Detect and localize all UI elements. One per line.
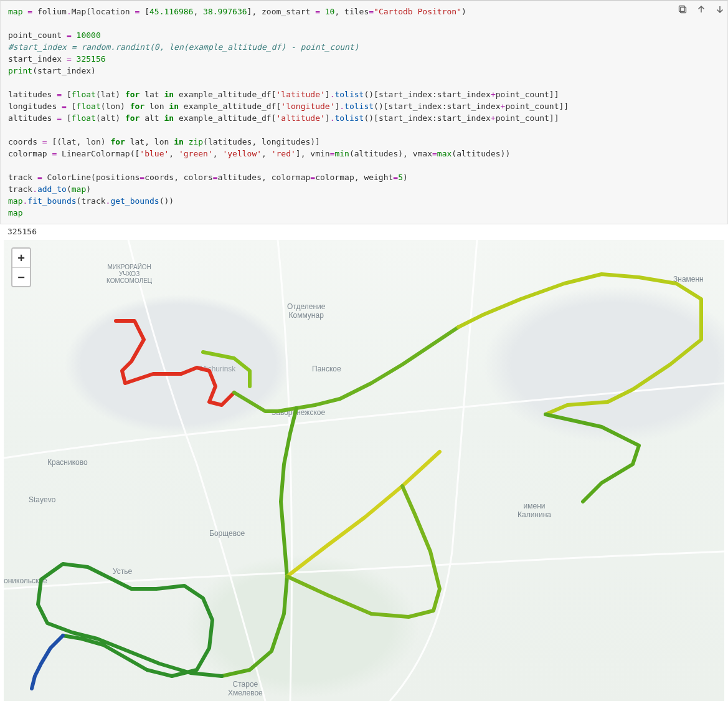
track-segment [234,327,458,411]
track-segment [458,274,701,414]
track-segment [287,452,440,576]
track-segment [116,321,234,405]
track-segment [287,486,440,617]
folium-map[interactable]: МИКРОРАЙОН УЧХОЗ КОМСОМОЛЕЦ Отделение Ко… [4,240,724,701]
zoom-out-button[interactable]: − [12,267,30,286]
stdout-text: 325156 [0,224,728,237]
arrow-down-icon[interactable] [715,4,725,14]
track-segment [222,408,296,676]
cell-toolbar [678,4,722,14]
code-source[interactable]: map = folium.Map(location = [45.116986, … [8,6,720,219]
zoom-control: + − [11,247,31,287]
arrow-up-icon[interactable] [696,4,706,14]
code-input-area[interactable]: map = folium.Map(location = [45.116986, … [0,0,728,224]
zoom-in-button[interactable]: + [12,249,30,267]
notebook-cell: map = folium.Map(location = [45.116986, … [0,0,728,701]
track-segment [38,564,222,676]
track-segment [546,414,639,502]
track-segment [32,636,63,689]
color-track [4,240,724,701]
copy-icon[interactable] [678,4,688,14]
